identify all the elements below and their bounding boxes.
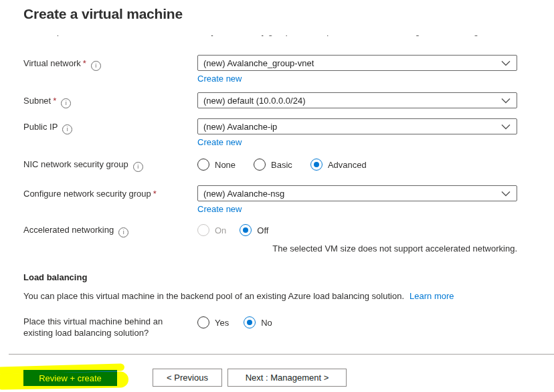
configure-nsg-create-new-link[interactable]: Create new <box>197 204 242 214</box>
nic-nsg-radio-group: None Basic Advanced <box>197 157 517 171</box>
chevron-down-icon <box>501 98 511 104</box>
radio-advanced[interactable]: Advanced <box>310 159 367 171</box>
radio-none[interactable]: None <box>197 159 236 171</box>
row-load-balancing-question: Place this virtual machine behind an exi… <box>23 315 517 338</box>
radio-on: On <box>197 224 226 236</box>
load-balancing-radio-group: Yes No <box>197 315 517 328</box>
info-icon[interactable]: i <box>61 98 71 108</box>
nic-nsg-label: NIC network security groupi <box>23 157 192 172</box>
chevron-down-icon <box>501 191 511 197</box>
row-virtual-network: Virtual network*i (new) Avalanche_group-… <box>23 55 517 84</box>
public-ip-value: (new) Avalanche-ip <box>203 122 277 132</box>
configure-nsg-value: (new) Avalanche-nsg <box>203 189 284 199</box>
info-icon[interactable]: i <box>91 61 101 71</box>
public-ip-label: Public IPi <box>23 118 192 134</box>
row-public-ip: Public IPi (new) Avalanche-ip Create new <box>23 118 517 147</box>
radio-selected-icon <box>240 224 252 236</box>
load-balancing-description: You can place this virtual machine in th… <box>23 291 517 301</box>
radio-circle-icon <box>197 159 209 171</box>
next-management-button[interactable]: Next : Management > <box>227 369 347 387</box>
radio-basic[interactable]: Basic <box>254 159 292 171</box>
chevron-down-icon <box>501 60 511 66</box>
row-subnet: Subnet*i (new) default (10.0.0.0/24) <box>23 92 517 108</box>
virtual-network-dropdown[interactable]: (new) Avalanche_group-vnet <box>197 55 517 71</box>
row-configure-nsg: Configure network security group* (new) … <box>23 185 517 214</box>
accelerated-networking-note: The selected VM size does not support ac… <box>197 243 517 254</box>
radio-circle-icon <box>197 316 209 328</box>
required-marker: * <box>83 58 86 68</box>
review-create-button[interactable]: Review + create <box>23 370 117 386</box>
learn-more-link[interactable]: Learn more <box>409 291 454 301</box>
create-vm-page: Create a virtual machine ports, inbound … <box>0 0 554 338</box>
required-marker: * <box>53 96 56 106</box>
accelerated-networking-radio-group: On Off <box>197 223 517 236</box>
page-title: Create a virtual machine <box>23 0 517 22</box>
row-accelerated-networking: Accelerated networkingi On Off The selec… <box>23 223 517 254</box>
virtual-network-value: (new) Avalanche_group-vnet <box>203 58 314 68</box>
info-icon[interactable]: i <box>133 162 143 172</box>
accelerated-networking-label: Accelerated networkingi <box>23 223 192 237</box>
radio-selected-icon <box>310 159 322 171</box>
configure-nsg-label: Configure network security group* <box>23 185 192 199</box>
subnet-value: (new) default (10.0.0.0/24) <box>203 96 305 106</box>
subnet-dropdown[interactable]: (new) default (10.0.0.0/24) <box>197 92 517 108</box>
public-ip-create-new-link[interactable]: Create new <box>197 137 242 147</box>
public-ip-dropdown[interactable]: (new) Avalanche-ip <box>197 118 517 134</box>
info-icon[interactable]: i <box>118 227 128 237</box>
radio-off[interactable]: Off <box>240 224 268 236</box>
info-icon[interactable]: i <box>62 124 72 134</box>
row-nic-nsg: NIC network security groupi None Basic A… <box>23 157 517 172</box>
radio-selected-icon <box>244 316 256 328</box>
virtual-network-create-new-link[interactable]: Create new <box>197 74 242 84</box>
load-balancing-heading: Load balancing <box>23 272 517 283</box>
load-balancing-question-label: Place this virtual machine behind an exi… <box>23 315 192 338</box>
radio-disabled-icon <box>197 224 209 236</box>
virtual-network-label: Virtual network*i <box>23 55 192 71</box>
radio-no[interactable]: No <box>244 316 272 328</box>
radio-circle-icon <box>254 159 266 171</box>
configure-nsg-dropdown[interactable]: (new) Avalanche-nsg <box>197 185 517 201</box>
radio-yes[interactable]: Yes <box>197 316 229 328</box>
footer-divider <box>9 354 554 355</box>
previous-button[interactable]: < Previous <box>153 369 222 387</box>
clipped-paragraph: ports, inbound and outbound connectivity… <box>23 35 517 39</box>
subnet-label: Subnet*i <box>23 92 192 108</box>
chevron-down-icon <box>501 124 511 130</box>
required-marker: * <box>153 189 157 199</box>
